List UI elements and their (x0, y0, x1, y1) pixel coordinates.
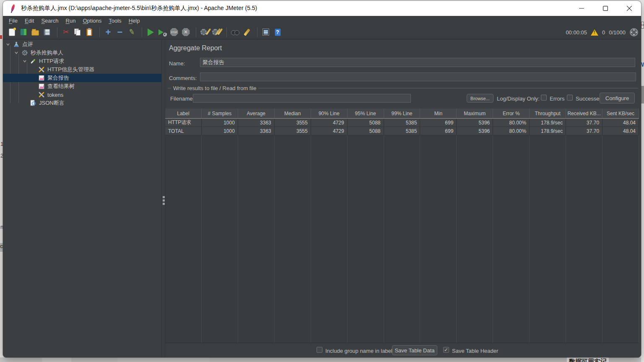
save-table-header-checkbox[interactable]: ✓ (443, 347, 449, 353)
tree-node-http-request[interactable]: HTTP请求 (3, 57, 161, 65)
save-table-header-label: Save Table Header (452, 348, 498, 354)
table-cell: 178.9/sec (530, 127, 566, 135)
table-empty-area (165, 135, 639, 343)
bg-red-mark (0, 35, 2, 39)
chevron-down-icon[interactable] (23, 59, 27, 63)
table-cell: 5088 (348, 119, 384, 127)
log-display-only-label: Log/Display Only: (497, 96, 540, 102)
column-header[interactable]: Maximum (457, 109, 493, 118)
menu-search[interactable]: Search (41, 18, 58, 24)
table-row[interactable]: HTTP请求100033633555472950885385699539680.… (165, 119, 639, 127)
toolbar-separator (257, 27, 257, 37)
close-button[interactable] (617, 1, 641, 16)
filename-input[interactable] (193, 94, 411, 103)
toolbar-separator (196, 27, 196, 37)
clear-search-icon[interactable] (242, 27, 252, 37)
window-title: 秒杀抢购单人.jmx (D:\apps\apache-jmeter-5.5\bi… (21, 5, 257, 12)
start-no-timers-icon[interactable] (157, 27, 167, 37)
name-input[interactable] (200, 58, 635, 67)
column-header[interactable]: Label (165, 109, 202, 118)
column-header[interactable]: # Samples (202, 109, 238, 118)
table-cell: HTTP请求 (165, 119, 202, 127)
table-cell: 1000 (202, 127, 238, 135)
remove-element-icon[interactable]: − (115, 27, 125, 37)
add-element-icon[interactable]: + (103, 27, 113, 37)
include-group-name-label: Include group name in label? (325, 348, 395, 354)
configure-button[interactable]: Configure (600, 93, 635, 103)
errors-checkbox[interactable] (541, 95, 547, 101)
tree-node-aggregate-report[interactable]: 聚合报告 (3, 74, 161, 82)
comments-input[interactable] (200, 72, 636, 81)
titlebar[interactable]: 秒杀抢购单人.jmx (D:\apps\apache-jmeter-5.5\bi… (3, 1, 641, 16)
open-file-icon[interactable] (30, 27, 40, 37)
maximize-button[interactable] (593, 1, 617, 16)
column-header[interactable]: Min (420, 109, 457, 118)
function-helper-icon[interactable] (261, 27, 271, 37)
help-icon[interactable]: ? (273, 27, 283, 37)
tree-panel-splitter[interactable] (161, 39, 165, 357)
column-header[interactable]: Median (275, 109, 311, 118)
paste-icon[interactable] (84, 27, 94, 37)
browse-button[interactable]: Browse... (467, 94, 493, 103)
menu-edit[interactable]: Edit (25, 18, 34, 24)
tree-node-test-plan[interactable]: 点评 (3, 40, 161, 49)
column-header[interactable]: Received KB... (566, 109, 602, 118)
edit-icon[interactable]: ✎ (127, 27, 137, 37)
successes-checkbox[interactable] (567, 95, 573, 101)
column-header[interactable]: Average (238, 109, 275, 118)
column-header[interactable]: 99% Line (384, 109, 421, 118)
column-header[interactable]: 90% Line (311, 109, 348, 118)
menu-help[interactable]: Help (129, 18, 140, 24)
table-cell: 5396 (457, 127, 493, 135)
http-sampler-icon (30, 58, 37, 65)
column-header[interactable]: 95% Line (348, 109, 384, 118)
menu-file[interactable]: File (9, 18, 18, 24)
shutdown-icon[interactable]: ✕ (181, 27, 191, 37)
main-area: 点评 秒杀抢购单人 HTTP请求 HTTP信息头管理器 聚合报告 (3, 39, 641, 357)
toolbar-separator (99, 27, 100, 37)
tree-node-label: 聚合报告 (47, 74, 69, 82)
toolbar: ✂ + − ✎ STOP ✕ ? 00:00:05 0 0/1000 (3, 25, 641, 39)
warning-icon[interactable] (591, 29, 598, 36)
save-icon[interactable] (42, 27, 52, 37)
search-icon[interactable] (230, 27, 240, 37)
chevron-down-icon[interactable] (6, 42, 10, 47)
copy-icon[interactable] (73, 27, 83, 37)
toolbar-separator (57, 27, 57, 37)
clear-icon[interactable] (200, 27, 210, 37)
table-cell: 3555 (275, 127, 311, 135)
background-window-left-sliver: 1 2 m c (0, 0, 3, 362)
listener-chart-icon (38, 83, 45, 90)
save-table-data-button[interactable]: Save Table Data (392, 345, 437, 355)
new-file-icon[interactable] (7, 27, 17, 37)
bg-window-text: 数据可用实记 (567, 357, 609, 362)
menubar: File Edit Search Run Options Tools Help (3, 16, 641, 25)
column-header[interactable]: Sent KB/sec (602, 109, 639, 118)
tree-node-header-manager[interactable]: HTTP信息头管理器 (3, 65, 161, 74)
chevron-down-icon[interactable] (14, 51, 18, 55)
cut-icon[interactable]: ✂ (61, 27, 71, 37)
warning-count: 0 (602, 29, 605, 36)
start-icon[interactable] (145, 27, 156, 37)
tree-node-view-results-tree[interactable]: 查看结果树 (3, 82, 161, 90)
table-cell: 5396 (457, 119, 493, 127)
clear-all-icon[interactable] (211, 27, 221, 37)
menu-run[interactable]: Run (66, 18, 76, 24)
tree-node-json-assertion[interactable]: JSON断言 (3, 99, 161, 107)
menu-options[interactable]: Options (83, 18, 101, 24)
menu-tools[interactable]: Tools (109, 18, 121, 24)
column-header[interactable]: Throughput (530, 109, 566, 118)
tree-node-tokens[interactable]: tokens (3, 90, 161, 99)
stop-icon[interactable]: STOP (169, 27, 179, 37)
successes-label: Successes (576, 96, 602, 102)
table-cell: 5088 (348, 127, 384, 135)
include-group-name-checkbox[interactable] (317, 347, 322, 353)
tree-node-thread-group[interactable]: 秒杀抢购单人 (3, 49, 161, 57)
json-assertion-icon (30, 100, 37, 106)
minimize-button[interactable] (569, 1, 593, 16)
bg-segment (42, 357, 71, 362)
column-header[interactable]: Error % (493, 109, 530, 118)
templates-icon[interactable] (18, 27, 29, 37)
table-row[interactable]: TOTAL100033633555472950885385699539680.0… (165, 127, 639, 135)
background-window-right-sliver: DD W (641, 0, 644, 362)
